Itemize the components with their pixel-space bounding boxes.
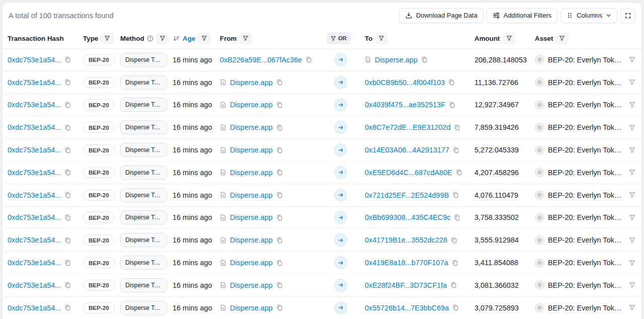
asset-filter-button[interactable]	[555, 33, 569, 44]
copy-icon[interactable]	[421, 56, 428, 63]
to-link[interactable]: 0x8C7e72dE...E9E31202d	[365, 123, 450, 131]
additional-filters-button[interactable]: Additional Filters	[487, 8, 557, 23]
to-link[interactable]: 0xBb699308...435C4EC9c	[365, 213, 450, 221]
tx-hash-link[interactable]: 0xdc753e1a54...	[8, 101, 61, 109]
tx-hash-link[interactable]: 0xdc753e1a54...	[8, 236, 61, 244]
copy-icon[interactable]	[452, 260, 458, 266]
method-button[interactable]: Disperse To...	[120, 98, 167, 112]
copy-icon[interactable]	[64, 56, 71, 63]
method-button[interactable]: Disperse To...	[120, 278, 167, 292]
copy-icon[interactable]	[448, 79, 455, 86]
method-button[interactable]: Disperse To...	[120, 143, 167, 157]
tx-hash-link[interactable]: 0xdc753e1a54...	[8, 123, 61, 131]
to-link[interactable]: 0xb0CB9b50...4f004f103	[365, 78, 445, 87]
copy-icon[interactable]	[449, 102, 455, 108]
age-sort-link[interactable]: Age	[183, 35, 195, 42]
method-button[interactable]: Disperse To...	[120, 120, 167, 134]
asset-row-filter-icon[interactable]	[629, 192, 636, 198]
method-filter-button[interactable]	[156, 33, 169, 44]
copy-icon[interactable]	[64, 79, 71, 86]
tx-hash-link[interactable]: 0xdc753e1a54...	[8, 56, 61, 64]
copy-icon[interactable]	[64, 282, 71, 288]
asset-row-filter-icon[interactable]	[629, 102, 636, 108]
from-filter-button[interactable]	[239, 33, 252, 44]
tx-hash-link[interactable]: 0xdc753e1a54...	[8, 281, 61, 289]
copy-icon[interactable]	[454, 124, 460, 131]
method-button[interactable]: Disperse To...	[120, 256, 167, 270]
copy-icon[interactable]	[276, 102, 283, 108]
asset-row-filter-icon[interactable]	[629, 169, 636, 176]
question-circle-icon[interactable]: ?	[147, 35, 153, 42]
copy-icon[interactable]	[64, 192, 71, 198]
columns-button[interactable]: Columns	[560, 8, 617, 23]
copy-icon[interactable]	[64, 147, 71, 153]
copy-icon[interactable]	[276, 237, 283, 244]
asset-row-filter-icon[interactable]	[629, 56, 636, 63]
method-button[interactable]: Disperse To...	[120, 210, 167, 224]
method-button[interactable]: Disperse To...	[120, 233, 167, 247]
copy-icon[interactable]	[64, 124, 71, 131]
copy-icon[interactable]	[64, 260, 71, 266]
to-link[interactable]: 0xE28f24BF...3D73CF1fa	[365, 281, 447, 289]
method-button[interactable]: Disperse To...	[120, 301, 167, 315]
to-link[interactable]: 0xE5ED6d4C...687cdA80E	[365, 169, 452, 177]
tx-hash-link[interactable]: 0xdc753e1a54...	[8, 169, 61, 177]
sort-descending-icon[interactable]	[173, 35, 180, 42]
asset-row-filter-icon[interactable]	[629, 260, 636, 266]
asset-row-filter-icon[interactable]	[629, 282, 636, 288]
tx-hash-link[interactable]: 0xdc753e1a54...	[8, 191, 61, 199]
to-link[interactable]: 0x55726b14...7E3bbC69a	[365, 304, 449, 312]
to-link[interactable]: 0x419E8a18...b770F107a	[365, 259, 448, 267]
or-filter-button[interactable]: OR	[327, 32, 351, 44]
tx-hash-link[interactable]: 0xdc753e1a54...	[8, 146, 61, 154]
tx-hash-link[interactable]: 0xdc753e1a54...	[8, 213, 61, 221]
from-link[interactable]: Disperse.app	[230, 304, 273, 312]
to-link[interactable]: 0x721d25EF...2E524d99B	[365, 191, 449, 199]
copy-icon[interactable]	[276, 304, 283, 311]
method-button[interactable]: Disperse To...	[120, 53, 167, 67]
tx-hash-link[interactable]: 0xdc753e1a54...	[8, 78, 61, 87]
asset-row-filter-icon[interactable]	[629, 304, 636, 311]
amount-filter-button[interactable]	[503, 33, 516, 44]
from-link[interactable]: Disperse.app	[230, 213, 273, 221]
to-link[interactable]: 0x41719B1e...3552dc228	[365, 236, 447, 244]
asset-row-filter-icon[interactable]	[629, 214, 636, 221]
from-link[interactable]: Disperse.app	[230, 169, 273, 177]
copy-icon[interactable]	[452, 192, 459, 198]
method-button[interactable]: Disperse To...	[120, 188, 167, 202]
to-link[interactable]: Disperse.app	[375, 56, 418, 64]
from-link[interactable]: Disperse.app	[230, 146, 273, 154]
from-link[interactable]: 0xB226a59E...067fAc36e	[220, 56, 302, 64]
asset-row-filter-icon[interactable]	[629, 79, 636, 86]
asset-row-filter-icon[interactable]	[629, 237, 636, 244]
copy-icon[interactable]	[64, 214, 71, 221]
download-page-data-button[interactable]: Download Page Data	[399, 8, 484, 23]
copy-icon[interactable]	[276, 124, 283, 131]
from-link[interactable]: Disperse.app	[230, 78, 273, 87]
to-filter-button[interactable]	[375, 33, 388, 44]
copy-icon[interactable]	[64, 304, 71, 311]
asset-row-filter-icon[interactable]	[629, 147, 636, 153]
copy-icon[interactable]	[276, 282, 283, 288]
from-link[interactable]: Disperse.app	[230, 101, 273, 109]
copy-icon[interactable]	[451, 237, 457, 244]
tx-hash-link[interactable]: 0xdc753e1a54...	[8, 304, 61, 312]
copy-icon[interactable]	[64, 237, 71, 244]
to-link[interactable]: 0x4039f475...ae352513F	[365, 101, 445, 109]
copy-icon[interactable]	[305, 56, 312, 63]
from-link[interactable]: Disperse.app	[230, 259, 273, 267]
copy-icon[interactable]	[64, 169, 71, 176]
copy-icon[interactable]	[452, 304, 459, 311]
from-link[interactable]: Disperse.app	[230, 236, 273, 244]
from-link[interactable]: Disperse.app	[230, 191, 273, 199]
copy-icon[interactable]	[276, 79, 283, 86]
method-button[interactable]: Disperse To...	[120, 75, 167, 90]
type-filter-button[interactable]	[101, 33, 114, 44]
fullscreen-button[interactable]	[620, 8, 635, 23]
asset-row-filter-icon[interactable]	[629, 124, 636, 131]
copy-icon[interactable]	[276, 192, 283, 198]
tx-hash-link[interactable]: 0xdc753e1a54...	[8, 259, 61, 267]
copy-icon[interactable]	[453, 147, 459, 153]
age-filter-button[interactable]	[198, 33, 211, 44]
copy-icon[interactable]	[456, 169, 462, 176]
